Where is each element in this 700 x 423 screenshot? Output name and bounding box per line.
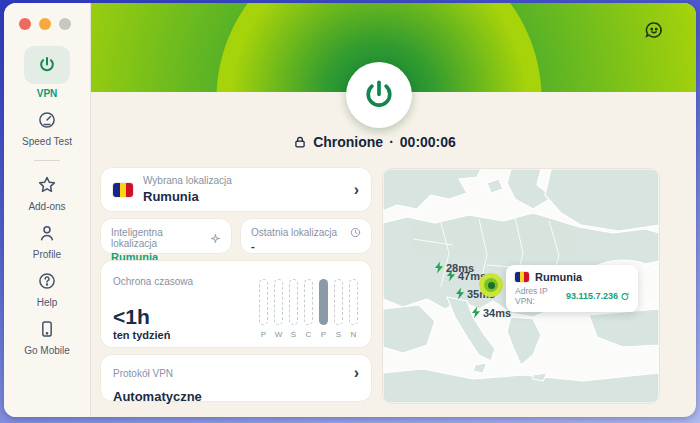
time-protection-value: <1h [113,305,150,329]
usage-bar [259,279,268,325]
tooltip-country: Rumunia [535,271,582,283]
close-window-button[interactable] [19,18,31,30]
day-label: P [261,330,266,339]
last-location-value: - [251,240,361,252]
selected-location-card[interactable]: Wybrana lokalizacja Rumunia › [100,167,372,212]
day-label: P [321,330,326,339]
bolt-icon [434,261,444,274]
vpn-protocol-card[interactable]: Protokół VPN › Automatyczne [100,354,372,402]
sparkle-icon [210,233,221,244]
sidebar-nav: VPN Speed Test Add-ons [4,46,90,365]
last-location-label: Ostatnia lokalizacja [251,227,337,238]
status-separator: · [389,134,394,150]
zoom-window-button[interactable] [59,18,71,30]
protocol-value: Automatyczne [113,389,359,404]
day-label: Ś [291,330,296,339]
day-label: S [336,330,341,339]
selected-location-value: Rumunia [143,189,199,204]
sidebar-item-vpn[interactable]: VPN [24,46,70,99]
usage-bar [349,279,358,325]
romania-flag-icon [113,183,133,197]
smart-location-label: Inteligentna lokalizacja [111,227,210,249]
time-protection-label: Ochrona czasowa [113,276,193,287]
sidebar-item-profile[interactable]: Profile [33,221,61,260]
connect-power-button[interactable] [346,62,412,128]
sidebar-item-help[interactable]: Help [35,269,59,308]
sidebar-item-label: Add-ons [28,201,65,212]
usage-bar [334,279,343,325]
power-icon [24,46,70,84]
connected-location-marker [479,273,503,297]
sidebar-item-label: Speed Test [22,136,72,147]
selected-location-label: Wybrana lokalizacja [143,175,354,186]
minimize-window-button[interactable] [39,18,51,30]
weekly-usage-bar-chart: P W Ś C P S N [259,279,358,339]
europe-map[interactable]: 28ms 47ms 35ms 34ms Rumunia [382,168,660,404]
day-label: W [275,330,283,339]
day-label: N [351,330,357,339]
day-label: C [306,330,312,339]
speedometer-icon [35,108,59,132]
app-window: VPN Speed Test Add-ons [4,3,696,417]
sidebar-divider [34,160,60,161]
time-protection-card[interactable]: Ochrona czasowa <1h ten tydzień P W Ś C … [100,260,372,348]
session-timer: 00:00:06 [400,134,456,150]
clock-icon [350,227,361,238]
time-protection-subtitle: ten tydzień [113,329,170,341]
sidebar-item-label: Profile [33,249,61,260]
power-icon [362,78,396,112]
status-label: Chronione [313,134,383,150]
sidebar-item-label: Help [37,297,58,308]
chevron-right-icon: › [354,182,359,198]
smart-location-card[interactable]: Inteligentna lokalizacja Rumunia [100,218,232,254]
usage-bar [274,279,283,325]
connection-status: Chronione · 00:00:06 [91,134,658,150]
sidebar-item-label: Go Mobile [24,345,70,356]
star-icon [35,173,59,197]
sidebar-item-go-mobile[interactable]: Go Mobile [24,317,70,356]
feedback-chat-icon[interactable] [644,20,664,40]
usage-bar [304,279,313,325]
refresh-ip-icon[interactable] [621,292,629,301]
sidebar-item-label: VPN [37,88,58,99]
ping-marker: 34ms [471,306,511,319]
usage-bar [289,279,298,325]
ip-label: Adres IP VPN: [515,286,563,306]
phone-icon [35,317,59,341]
romania-flag-icon [515,272,529,282]
usage-bar [319,279,328,325]
protocol-label: Protokół VPN [113,368,173,379]
lock-icon [293,135,307,149]
bolt-icon [455,287,465,300]
sidebar: VPN Speed Test Add-ons [4,3,91,417]
connection-tooltip: Rumunia Adres IP VPN: 93.115.7.236 [506,265,638,312]
chevron-right-icon: › [354,365,359,381]
sidebar-item-speed-test[interactable]: Speed Test [22,108,72,147]
last-location-card[interactable]: Ostatnia lokalizacja - [240,218,372,254]
vpn-ip-address: 93.115.7.236 [566,291,618,301]
window-controls [4,3,90,30]
sidebar-item-add-ons[interactable]: Add-ons [28,173,65,212]
bolt-icon [471,306,481,319]
user-icon [35,221,59,245]
bolt-icon [446,269,456,282]
main-area: Chronione · 00:00:06 Wybrana lokalizacja… [91,3,696,417]
help-circle-icon [35,269,59,293]
